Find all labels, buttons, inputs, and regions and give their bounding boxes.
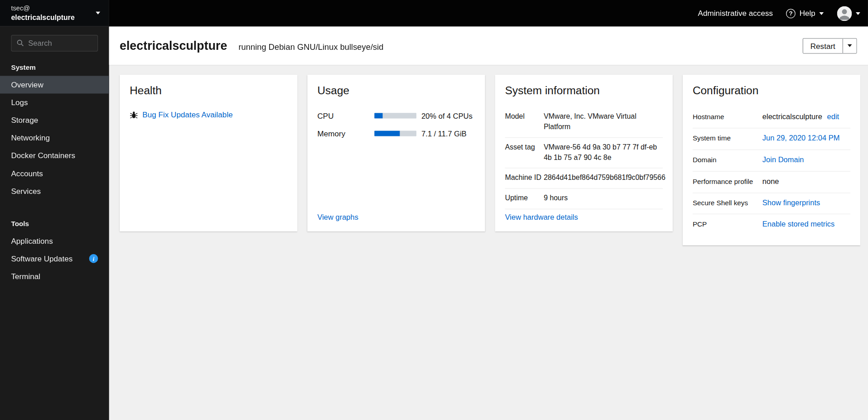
view-hardware-details-link[interactable]: View hardware details	[505, 213, 578, 221]
table-row-ssh-keys: Secure Shell keys Show fingerprints	[693, 193, 850, 215]
chevron-down-icon	[856, 12, 860, 14]
sidebar-item-storage[interactable]: Storage	[0, 111, 109, 129]
sidebar-item-software-updates[interactable]: Software Updates i	[0, 250, 109, 267]
cpu-value: 20% of 4 CPUs	[421, 111, 473, 120]
cpu-label: CPU	[317, 111, 374, 121]
enable-stored-metrics-link[interactable]: Enable stored metrics	[762, 220, 835, 228]
table-row: Asset tag VMware-56 4d 9a 30 b7 77 7f df…	[505, 138, 662, 169]
card-title: System information	[505, 84, 662, 97]
cpu-progress-bar	[374, 113, 416, 118]
row-label: Performance profile	[693, 177, 762, 187]
search-icon	[17, 39, 24, 47]
host-switcher-text: tsec@ electricalsculpture	[11, 4, 74, 22]
row-value: VMware, Inc. VMware Virtual Platform	[544, 111, 663, 132]
host-name: electricalsculpture	[11, 13, 74, 22]
row-value: Jun 29, 2020 12:04 PM	[762, 133, 850, 144]
memory-label: Memory	[317, 129, 374, 138]
row-label: Secure Shell keys	[693, 198, 762, 208]
health-card: Health Bug Fix Up	[120, 75, 297, 232]
show-fingerprints-link[interactable]: Show fingerprints	[762, 198, 820, 207]
page-title-hostname: electricalsculpture	[120, 39, 227, 53]
hostname-text: electricalsculpture	[762, 112, 822, 121]
bug-fix-updates-link[interactable]: Bug Fix Updates Available	[142, 110, 232, 119]
search-input[interactable]	[11, 35, 98, 52]
system-time-link[interactable]: Jun 29, 2020 12:04 PM	[762, 134, 840, 142]
page-header: electricalsculpture running Debian GNU/L…	[109, 27, 868, 65]
sidebar-item-applications[interactable]: Applications	[0, 232, 109, 250]
sidebar-item-logs[interactable]: Logs	[0, 94, 109, 111]
help-label: Help	[800, 9, 815, 18]
row-label: System time	[693, 134, 762, 144]
row-label: Domain	[693, 155, 762, 165]
card-footer: View hardware details	[505, 213, 662, 221]
masthead: Administrative access ? Help	[109, 0, 868, 27]
table-row-system-time: System time Jun 29, 2020 12:04 PM	[693, 128, 850, 150]
row-value: 9 hours	[544, 193, 663, 204]
health-item: Bug Fix Updates Available	[130, 110, 287, 119]
chevron-down-icon	[819, 12, 824, 14]
question-circle-icon: ?	[786, 9, 796, 18]
sidebar-item-networking[interactable]: Networking	[0, 129, 109, 147]
system-information-table: Model VMware, Inc. VMware Virtual Platfo…	[505, 107, 662, 209]
row-value: VMware-56 4d 9a 30 b7 77 7f df-eb 4b 1b …	[544, 142, 663, 163]
sidebar-search	[11, 35, 98, 52]
host-title-group: electricalsculpture running Debian GNU/L…	[120, 39, 383, 53]
row-value: Enable stored metrics	[762, 219, 850, 230]
row-value: none	[762, 176, 850, 187]
card-title: Usage	[317, 84, 475, 97]
usage-card: Usage CPU 20% of 4 CPUs Memory 7.1 / 11.…	[307, 75, 485, 232]
sidebar-item-accounts[interactable]: Accounts	[0, 164, 109, 182]
hostname-value: electricalsculpture edit	[762, 112, 850, 122]
chevron-down-icon	[848, 44, 852, 47]
main-column: Administrative access ? Help elec	[109, 0, 868, 420]
memory-usage-row: Memory 7.1 / 11.7 GiB	[317, 125, 475, 142]
table-row: Machine ID 2864d41bef864d759b681f9c0bf79…	[505, 169, 662, 189]
nav-section-tools: Tools	[0, 210, 109, 232]
sidebar-item-terminal[interactable]: Terminal	[0, 267, 109, 285]
row-label: Uptime	[505, 193, 544, 204]
row-label: Model	[505, 111, 544, 132]
card-title: Configuration	[693, 84, 850, 97]
restart-split-button: Restart	[803, 38, 857, 53]
cpu-progress-fill	[374, 113, 383, 118]
table-row-performance-profile: Performance profile none	[693, 171, 850, 193]
memory-value: 7.1 / 11.7 GiB	[421, 129, 467, 137]
system-information-card: System information Model VMware, Inc. VM…	[495, 75, 672, 232]
row-value: 2864d41bef864d759b681f9c0bf79566	[544, 173, 665, 183]
app-root: tsec@ electricalsculpture System Overvie…	[0, 0, 868, 420]
row-label: PCP	[693, 220, 762, 230]
sidebar-item-docker-containers[interactable]: Docker Containers	[0, 147, 109, 164]
overview-cards: Health Bug Fix Up	[109, 65, 868, 420]
sidebar-item-overview[interactable]: Overview	[0, 76, 109, 93]
row-label: Hostname	[693, 112, 762, 122]
bug-icon	[130, 111, 138, 119]
restart-button[interactable]: Restart	[803, 39, 843, 53]
card-title: Health	[130, 84, 287, 97]
table-row: Model VMware, Inc. VMware Virtual Platfo…	[505, 107, 662, 138]
info-badge-icon: i	[89, 254, 98, 263]
sidebar-item-label: Software Updates	[11, 254, 72, 263]
restart-dropdown-toggle[interactable]	[843, 39, 857, 53]
row-value: Join Domain	[762, 155, 850, 165]
table-row-domain: Domain Join Domain	[693, 150, 850, 172]
administrative-access-button[interactable]: Administrative access	[698, 9, 773, 18]
card-footer: View graphs	[317, 213, 475, 221]
view-graphs-link[interactable]: View graphs	[317, 213, 358, 221]
sidebar-item-services[interactable]: Services	[0, 182, 109, 200]
host-user: tsec@	[11, 4, 74, 13]
help-menu-button[interactable]: ? Help	[786, 9, 824, 18]
edit-hostname-link[interactable]: edit	[827, 112, 839, 121]
join-domain-link[interactable]: Join Domain	[762, 155, 804, 164]
configuration-table: Hostname electricalsculpture edit System…	[693, 107, 850, 236]
row-label: Asset tag	[505, 142, 544, 163]
nav-section-system: System	[0, 54, 109, 76]
memory-progress-bar	[374, 130, 416, 136]
tools-nav: Applications Software Updates i Terminal	[0, 232, 109, 285]
system-nav: Overview Logs Storage Networking Docker …	[0, 76, 109, 200]
table-row-pcp: PCP Enable stored metrics	[693, 214, 850, 235]
table-row-hostname: Hostname electricalsculpture edit	[693, 107, 850, 129]
row-value: Show fingerprints	[762, 198, 850, 208]
host-switcher[interactable]: tsec@ electricalsculpture	[0, 0, 109, 27]
memory-progress-fill	[374, 130, 400, 136]
user-menu-button[interactable]	[837, 6, 860, 21]
